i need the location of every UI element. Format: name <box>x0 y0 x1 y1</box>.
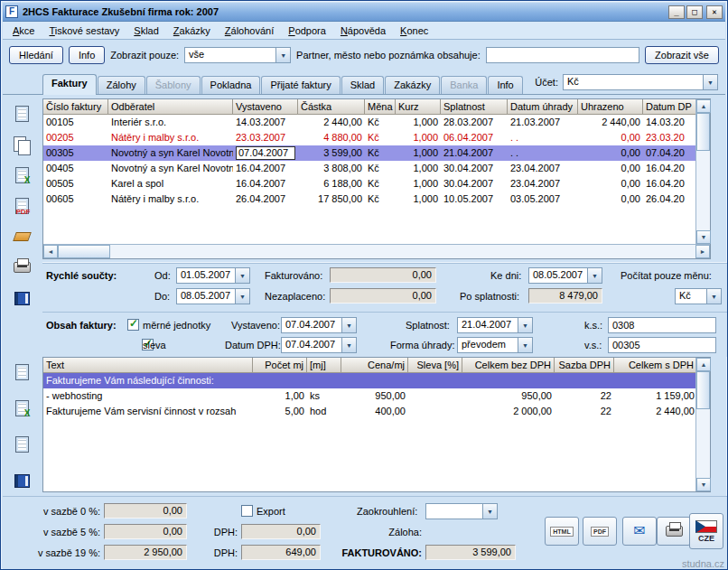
column-header[interactable]: Splatnost <box>441 99 508 115</box>
search-button[interactable]: Hledání <box>9 46 63 64</box>
invoice-vertical-scrollbar[interactable]: ▲ ▼ <box>695 99 710 244</box>
chevron-down-icon[interactable]: ▼ <box>703 75 717 89</box>
cell-vystaveno-editor[interactable]: 07.04.2007 <box>233 145 298 161</box>
table-row[interactable]: 00405 Novotný a syn Karel Novotný 16.04.… <box>43 161 695 176</box>
ks-input[interactable] <box>608 317 716 333</box>
pdf-export-button[interactable]: PDF <box>8 194 35 218</box>
column-header[interactable]: Datum DP <box>643 99 695 115</box>
calendar-drop-icon[interactable]: ▼ <box>587 268 602 283</box>
menu-tiskove-sestavy[interactable]: Tiskové sestavy <box>42 23 126 39</box>
show-only-combobox[interactable]: vše ▼ <box>184 47 291 63</box>
copy-invoice-button[interactable] <box>8 133 35 156</box>
tab-sklad[interactable]: Sklad <box>341 76 385 94</box>
scroll-right-icon[interactable]: ► <box>695 245 710 258</box>
menu-sklad[interactable]: Sklad <box>126 23 166 39</box>
tab-faktury[interactable]: Faktury <box>42 74 97 95</box>
merne-jednotky-checkbox[interactable] <box>127 319 139 331</box>
scrollbar-thumb[interactable] <box>696 371 710 409</box>
scroll-up-icon[interactable]: ▲ <box>696 99 711 113</box>
info-button[interactable]: Info <box>69 46 105 64</box>
column-header[interactable]: Odběratel <box>108 99 233 115</box>
delete-invoice-button[interactable] <box>8 225 35 248</box>
chevron-down-icon[interactable]: ▼ <box>482 504 497 519</box>
menu-napoveda[interactable]: Nápověda <box>333 23 393 39</box>
close-button[interactable]: ✕ <box>706 5 723 19</box>
column-header[interactable]: Kurz <box>396 99 441 115</box>
menu-konec[interactable]: Konec <box>393 23 435 39</box>
show-all-button[interactable]: Zobrazit vše <box>645 46 719 64</box>
column-header[interactable]: Částka <box>298 99 365 115</box>
column-header[interactable]: Vystaveno <box>233 99 298 115</box>
table-row[interactable]: 00105 Interiér s.r.o. 14.03.2007 2 440,0… <box>43 115 695 130</box>
scrollbar-thumb[interactable] <box>696 113 710 151</box>
items-excel-button[interactable]: X <box>8 397 35 420</box>
column-header[interactable]: Měna <box>365 99 396 115</box>
export-pdf-button[interactable]: PDF <box>583 517 617 546</box>
items-book-button[interactable] <box>8 469 35 492</box>
column-header[interactable]: [mj] <box>307 358 341 373</box>
column-header[interactable]: Sleva [%] <box>408 358 462 373</box>
language-button[interactable]: CZE <box>689 513 723 549</box>
column-header[interactable]: Cena/mj <box>341 358 408 373</box>
chevron-down-icon[interactable]: ▼ <box>706 289 721 304</box>
items-note-button[interactable] <box>8 433 35 456</box>
datum-dph-date-picker[interactable]: 07.04.2007 ▼ <box>281 337 357 353</box>
table-row[interactable]: 00505 Karel a spol 16.04.2007 6 188,00 K… <box>43 176 695 192</box>
column-header[interactable]: Celkem bez DPH <box>462 358 555 373</box>
item-row[interactable]: Fakturujeme Vám servisní činnost v rozsa… <box>43 404 695 419</box>
column-header[interactable]: Celkem s DPH <box>614 358 695 373</box>
vystaveno-date-picker[interactable]: 07.04.2007 ▼ <box>281 317 357 333</box>
print-invoice-button[interactable] <box>8 256 35 279</box>
chevron-down-icon[interactable]: ▼ <box>518 338 532 352</box>
account-combobox[interactable]: Kč ▼ <box>563 74 718 90</box>
export-checkbox[interactable] <box>241 505 253 517</box>
calendar-drop-icon[interactable]: ▼ <box>341 338 356 352</box>
send-email-button[interactable]: ✉ <box>622 517 657 546</box>
menu-podpora[interactable]: Podpora <box>281 23 333 39</box>
menu-zalohovani[interactable]: Zálohování <box>218 23 281 39</box>
calendar-drop-icon[interactable]: ▼ <box>518 318 532 332</box>
column-header[interactable]: Text <box>43 358 253 373</box>
tab-zalohy[interactable]: Zálohy <box>98 76 145 94</box>
column-header[interactable]: Datum úhrady <box>508 99 578 115</box>
tab-prijate-faktury[interactable]: Přijaté faktury <box>261 76 340 94</box>
maximize-button[interactable]: □ <box>686 5 703 19</box>
excel-export-button[interactable]: X <box>8 164 35 187</box>
items-vertical-scrollbar[interactable]: ▲ ▼ <box>695 358 710 491</box>
scrollbar-track[interactable] <box>696 409 710 478</box>
scrollbar-thumb[interactable] <box>58 245 110 258</box>
item-row[interactable]: - webhosting 1,00 ks 950,00 950,00 22 1 … <box>43 388 695 404</box>
currency-combobox[interactable]: Kč ▼ <box>675 288 722 304</box>
export-html-button[interactable]: HTML <box>545 517 579 546</box>
tab-pokladna[interactable]: Pokladna <box>201 76 261 94</box>
tab-zakazky[interactable]: Zakázky <box>385 76 440 94</box>
ke-dni-date-picker[interactable]: 08.05.2007 ▼ <box>528 267 602 284</box>
chevron-down-icon[interactable]: ▼ <box>275 48 290 62</box>
vs-input[interactable] <box>608 337 716 353</box>
table-row[interactable]: 00605 Nátěry i malby s.r.o. 26.04.2007 1… <box>43 192 695 207</box>
scroll-down-icon[interactable]: ▼ <box>696 478 711 491</box>
table-row-selected[interactable]: 00305 Novotný a syn Karel Novotný 07.04.… <box>43 145 695 161</box>
ledger-button[interactable] <box>8 286 35 310</box>
invoice-horizontal-scrollbar[interactable]: ◄ ► <box>43 244 710 258</box>
item-row-selected[interactable]: Fakturujeme Vám následující činnosti: <box>43 373 695 388</box>
calendar-drop-icon[interactable]: ▼ <box>235 268 249 283</box>
forma-uhrady-combobox[interactable]: převodem ▼ <box>457 337 533 353</box>
table-row[interactable]: 00205 Nátěry i malby s.r.o. 23.03.2007 4… <box>43 130 695 145</box>
scroll-left-icon[interactable]: ◄ <box>43 245 58 258</box>
tab-info[interactable]: Info <box>488 76 522 94</box>
calendar-drop-icon[interactable]: ▼ <box>235 289 249 304</box>
print-button[interactable] <box>657 517 691 546</box>
do-date-picker[interactable]: 08.05.2007 ▼ <box>176 288 250 304</box>
column-header[interactable]: Počet mj <box>253 358 307 373</box>
scroll-down-icon[interactable]: ▼ <box>696 230 711 244</box>
column-header[interactable]: Uhrazeno <box>578 99 643 115</box>
splatnost-date-picker[interactable]: 21.04.2007 ▼ <box>457 317 533 333</box>
scroll-up-icon[interactable]: ▲ <box>696 358 711 371</box>
menu-akce[interactable]: Akce <box>5 23 42 39</box>
menu-zakazky[interactable]: Zakázky <box>166 23 218 39</box>
od-date-picker[interactable]: 01.05.2007 ▼ <box>176 267 250 284</box>
new-invoice-button[interactable] <box>8 102 35 126</box>
column-header[interactable]: Sazba DPH <box>555 358 614 373</box>
scrollbar-track[interactable] <box>696 151 710 230</box>
